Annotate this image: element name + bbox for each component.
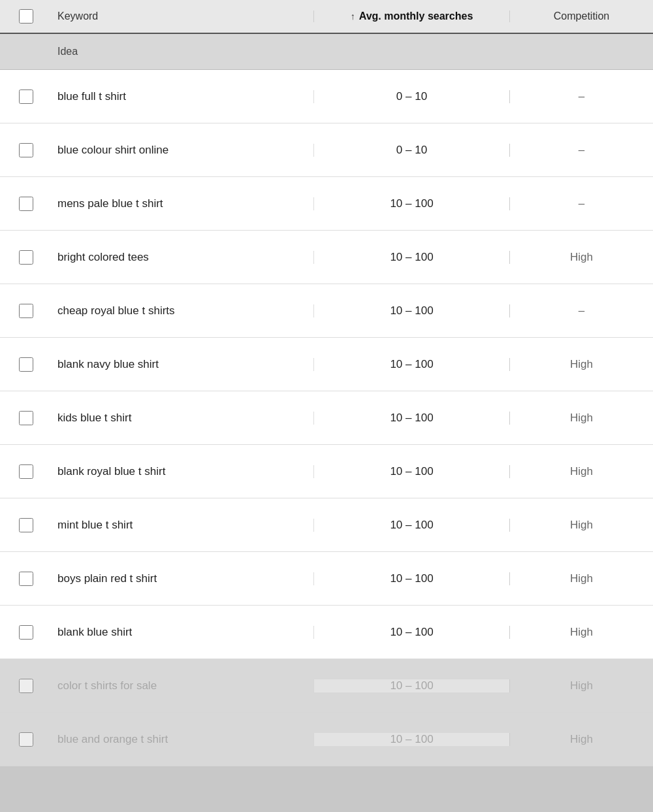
table-body: blue full t shirt 0 – 10 – blue colour s… bbox=[0, 70, 653, 766]
row-checkbox[interactable] bbox=[19, 679, 33, 693]
row-searches: 10 – 100 bbox=[313, 465, 509, 478]
table-row: kids blue t shirt 10 – 100 High bbox=[0, 391, 653, 445]
row-searches: 0 – 10 bbox=[313, 90, 509, 103]
table-row: cheap royal blue t shirts 10 – 100 – bbox=[0, 284, 653, 338]
row-checkbox[interactable] bbox=[19, 250, 33, 265]
select-all-checkbox[interactable] bbox=[19, 9, 33, 24]
row-keyword: blank royal blue t shirt bbox=[52, 465, 313, 478]
row-competition: High bbox=[509, 465, 653, 478]
row-competition: High bbox=[509, 251, 653, 264]
row-searches: 10 – 100 bbox=[313, 197, 509, 210]
row-searches: 10 – 100 bbox=[313, 304, 509, 317]
table-row: mens pale blue t shirt 10 – 100 – bbox=[0, 177, 653, 231]
row-checkbox-cell[interactable] bbox=[0, 304, 52, 318]
row-keyword: mint blue t shirt bbox=[52, 519, 313, 532]
row-checkbox-cell[interactable] bbox=[0, 464, 52, 479]
row-checkbox-cell[interactable] bbox=[0, 143, 52, 157]
row-keyword: blue colour shirt online bbox=[52, 144, 313, 157]
row-keyword: blue and orange t shirt bbox=[52, 733, 313, 746]
row-checkbox-cell[interactable] bbox=[0, 411, 52, 425]
row-competition: High bbox=[509, 572, 653, 585]
row-checkbox-cell[interactable] bbox=[0, 572, 52, 586]
keyword-column-header: Keyword bbox=[52, 10, 313, 22]
row-checkbox[interactable] bbox=[19, 304, 33, 318]
row-keyword: blank navy blue shirt bbox=[52, 358, 313, 371]
sort-up-icon: ↑ bbox=[351, 11, 355, 22]
row-competition: High bbox=[509, 733, 653, 746]
row-keyword: cheap royal blue t shirts bbox=[52, 304, 313, 317]
row-checkbox-cell[interactable] bbox=[0, 732, 52, 747]
row-checkbox[interactable] bbox=[19, 572, 33, 586]
table-row: bright colored tees 10 – 100 High bbox=[0, 231, 653, 284]
row-competition: – bbox=[509, 144, 653, 157]
row-searches: 10 – 100 bbox=[313, 572, 509, 585]
table-row: blank royal blue t shirt 10 – 100 High bbox=[0, 445, 653, 498]
row-searches: 10 – 100 bbox=[313, 251, 509, 264]
row-keyword: bright colored tees bbox=[52, 251, 313, 264]
row-searches: 10 – 100 bbox=[313, 679, 509, 692]
row-searches: 10 – 100 bbox=[313, 626, 509, 639]
row-keyword: mens pale blue t shirt bbox=[52, 197, 313, 210]
table-row: color t shirts for sale 10 – 100 High bbox=[0, 659, 653, 713]
row-competition: – bbox=[509, 90, 653, 103]
row-searches: 10 – 100 bbox=[313, 358, 509, 371]
row-checkbox[interactable] bbox=[19, 197, 33, 211]
table-row: blue and orange t shirt 10 – 100 High bbox=[0, 713, 653, 766]
row-checkbox[interactable] bbox=[19, 411, 33, 425]
row-checkbox[interactable] bbox=[19, 89, 33, 104]
row-checkbox-cell[interactable] bbox=[0, 197, 52, 211]
row-keyword: boys plain red t shirt bbox=[52, 572, 313, 585]
row-checkbox[interactable] bbox=[19, 143, 33, 157]
row-searches: 10 – 100 bbox=[313, 412, 509, 425]
row-checkbox[interactable] bbox=[19, 732, 33, 747]
row-checkbox-cell[interactable] bbox=[0, 518, 52, 532]
row-checkbox[interactable] bbox=[19, 625, 33, 640]
row-checkbox-cell[interactable] bbox=[0, 625, 52, 640]
row-competition: High bbox=[509, 519, 653, 532]
table-row: blank blue shirt 10 – 100 High bbox=[0, 606, 653, 659]
row-competition: – bbox=[509, 197, 653, 210]
table-row: blue colour shirt online 0 – 10 – bbox=[0, 123, 653, 177]
row-keyword: color t shirts for sale bbox=[52, 679, 313, 692]
table-row: blue full t shirt 0 – 10 – bbox=[0, 70, 653, 123]
header-checkbox-cell[interactable] bbox=[0, 9, 52, 24]
row-checkbox-cell[interactable] bbox=[0, 679, 52, 693]
table-row: mint blue t shirt 10 – 100 High bbox=[0, 498, 653, 552]
row-searches: 10 – 100 bbox=[313, 519, 509, 532]
searches-sort[interactable]: ↑ Avg. monthly searches bbox=[314, 10, 509, 22]
row-checkbox-cell[interactable] bbox=[0, 250, 52, 265]
row-checkbox[interactable] bbox=[19, 357, 33, 372]
row-checkbox[interactable] bbox=[19, 518, 33, 532]
table-row: boys plain red t shirt 10 – 100 High bbox=[0, 552, 653, 606]
row-keyword: kids blue t shirt bbox=[52, 412, 313, 425]
row-checkbox-cell[interactable] bbox=[0, 89, 52, 104]
table-header: Keyword ↑ Avg. monthly searches Competit… bbox=[0, 0, 653, 34]
row-competition: High bbox=[509, 626, 653, 639]
row-competition: High bbox=[509, 679, 653, 692]
searches-column-header[interactable]: ↑ Avg. monthly searches bbox=[313, 10, 509, 22]
row-searches: 10 – 100 bbox=[313, 733, 509, 746]
competition-column-header: Competition bbox=[509, 10, 653, 22]
row-checkbox[interactable] bbox=[19, 464, 33, 479]
idea-section-row: Idea bbox=[0, 34, 653, 70]
row-competition: High bbox=[509, 358, 653, 371]
row-searches: 0 – 10 bbox=[313, 144, 509, 157]
keyword-table: Keyword ↑ Avg. monthly searches Competit… bbox=[0, 0, 653, 766]
row-keyword: blank blue shirt bbox=[52, 626, 313, 639]
table-row: blank navy blue shirt 10 – 100 High bbox=[0, 338, 653, 391]
row-checkbox-cell[interactable] bbox=[0, 357, 52, 372]
row-competition: High bbox=[509, 412, 653, 425]
row-keyword: blue full t shirt bbox=[52, 90, 313, 103]
row-competition: – bbox=[509, 304, 653, 317]
